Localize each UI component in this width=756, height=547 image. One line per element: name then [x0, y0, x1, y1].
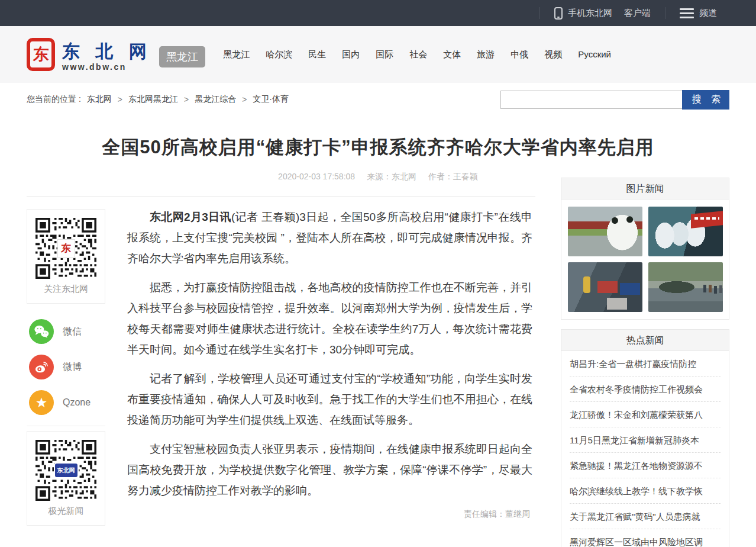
nav-item-domestic[interactable]: 国内	[342, 49, 360, 60]
breadcrumb-row: 您当前的位置 : 东北网 > 东北网黑龙江 > 黑龙江综合 > 文卫·体育 搜 …	[0, 83, 756, 116]
hot-news-item[interactable]: 胡昌升:全省一盘棋打赢疫情防控	[570, 351, 721, 377]
article-source[interactable]: 来源：东北网	[367, 172, 416, 181]
logo-text: 东 北 网 www.dbw.cn	[62, 43, 152, 71]
photo-thumb-panda-mascot[interactable]	[568, 207, 642, 256]
nav-item-travel[interactable]: 旅游	[477, 49, 495, 60]
hamburger-icon	[680, 8, 694, 18]
photo-thumb-medical-workers[interactable]	[648, 207, 723, 256]
nav-item-china-russia[interactable]: 中俄	[511, 49, 528, 60]
channel-label: 频道	[699, 8, 717, 19]
hot-news-item[interactable]: 紧急驰援！黑龙江各地物资源源不	[570, 453, 721, 478]
topbar: 手机东北网 客户端 频道	[0, 0, 756, 26]
content: 2020-02-03 17:58:08 来源：东北网 作者：王春颖 东	[0, 172, 756, 526]
logo-mark-icon: 东	[27, 38, 55, 71]
photo-news-title: 图片新闻	[561, 178, 729, 200]
qr-caption-follow: 关注东北网	[27, 284, 105, 298]
hot-news-item[interactable]: 哈尔滨继续线上教学！线下教学恢	[570, 478, 721, 504]
hot-news-item[interactable]: 黑河爱辉区一区域由中风险地区调	[570, 529, 721, 547]
header-divider	[27, 197, 535, 197]
topbar-divider	[539, 7, 540, 19]
left-rail: 东 关注东北网	[27, 198, 105, 526]
logo-title: 东 北 网	[62, 43, 152, 60]
share-wechat-label: 微信	[63, 326, 82, 338]
nav-item-society[interactable]: 社会	[409, 49, 427, 60]
search-box: 搜 索	[500, 90, 729, 110]
share-weibo[interactable]: 微博	[29, 355, 105, 379]
article-body: 东北网2月3日讯(记者 王春颖)3日起，全国50多所高校启用“健康打卡”在线申报…	[127, 198, 532, 526]
nav-item-minsheng[interactable]: 民生	[308, 49, 326, 60]
qr-code-follow: 东	[35, 218, 96, 279]
client-label: 客户端	[624, 8, 651, 19]
hot-news-item[interactable]: 关于黑龙江省赋"黄码"人员患病就	[570, 504, 721, 529]
article-author: 作者：王春颖	[428, 172, 478, 181]
qr-card-follow: 东 关注东北网	[27, 209, 105, 304]
article-title: 全国50所高校启用“健康打卡”申报系统齐齐哈尔大学省内率先启用	[0, 135, 756, 160]
qr-caption-news-app: 极光新闻	[27, 506, 105, 520]
qr-center-logo: 东北网	[54, 462, 79, 478]
breadcrumb-separator: >	[184, 95, 189, 104]
nav-item-culture-sports[interactable]: 文体	[443, 49, 461, 60]
article-paragraph: 东北网2月3日讯(记者 王春颖)3日起，全国50多所高校启用“健康打卡”在线申报…	[127, 207, 532, 269]
share-bar: 微信 微博 ★ Qzone	[29, 319, 105, 415]
hot-news-item[interactable]: 龙江骄傲！宋金和刘蕙檬荣获第八	[570, 402, 721, 427]
right-rail: 图片新闻 热点新闻 胡昌升:全省一盘棋打赢疫情防控 全省农村冬季疫情防控工作视频…	[561, 172, 729, 547]
client-link[interactable]: 客户端	[624, 8, 651, 19]
channel-menu-button[interactable]: 频道	[680, 8, 717, 19]
mobile-site-label: 手机东北网	[568, 8, 612, 19]
article-date: 2020-02-03 17:58:08	[278, 172, 355, 181]
breadcrumb-item-culture-sport[interactable]: 文卫·体育	[253, 94, 289, 105]
search-button[interactable]: 搜 索	[682, 90, 729, 110]
photo-news-grid	[561, 200, 729, 319]
wechat-icon	[29, 319, 54, 344]
nav-item-video[interactable]: 视频	[544, 49, 562, 60]
paragraph-lead: 东北网2月3日讯	[150, 211, 231, 223]
phone-icon	[554, 7, 563, 20]
topbar-divider	[665, 7, 665, 19]
site-logo[interactable]: 东 东 北 网 www.dbw.cn 黑龙江	[27, 38, 205, 71]
breadcrumb-separator: >	[118, 95, 122, 104]
editor-credit: 责任编辑：董继周	[127, 509, 532, 520]
breadcrumb-item-home[interactable]: 东北网	[87, 94, 112, 105]
article-paragraph: 支付宝智慧校园负责人张亚男表示，疫情期间，在线健康申报系统即日起向全国高校免费开…	[127, 439, 532, 501]
breadcrumb-prefix: 您当前的位置 :	[27, 94, 81, 105]
mobile-site-link[interactable]: 手机东北网	[554, 7, 612, 20]
photo-news-box: 图片新闻	[561, 178, 729, 320]
weibo-icon	[29, 355, 54, 379]
site-header: 东 东 北 网 www.dbw.cn 黑龙江 黑龙江 哈尔滨 民生 国内 国际 …	[0, 26, 756, 83]
region-badge: 黑龙江	[159, 46, 205, 67]
hot-news-item[interactable]: 11月5日黑龙江省新增新冠肺炎本	[570, 427, 721, 453]
hot-news-title: 热点新闻	[561, 330, 729, 351]
nav-item-russian[interactable]: Русский	[578, 49, 611, 60]
search-input[interactable]	[500, 91, 682, 109]
article-paragraph: 记者了解到，学校管理人员还可通过支付宝的“学校通知”功能，向学生实时发布重要疫情…	[127, 368, 532, 430]
breadcrumb-item-general[interactable]: 黑龙江综合	[195, 94, 236, 105]
breadcrumb: 您当前的位置 : 东北网 > 东北网黑龙江 > 黑龙江综合 > 文卫·体育	[27, 94, 289, 105]
qr-card-news-app: 东北网 极光新闻	[27, 431, 105, 526]
nav-item-international[interactable]: 国际	[376, 49, 393, 60]
nav-item-heilongjiang[interactable]: 黑龙江	[223, 49, 250, 60]
qr-center-logo: 东	[57, 239, 75, 258]
hot-news-box: 热点新闻 胡昌升:全省一盘棋打赢疫情防控 全省农村冬季疫情防控工作视频会 龙江骄…	[561, 329, 729, 547]
breadcrumb-item-heilongjiang[interactable]: 东北网黑龙江	[128, 94, 178, 105]
logo-url: www.dbw.cn	[62, 63, 152, 71]
qzone-star-icon: ★	[29, 390, 54, 415]
qr-code-news-app: 东北网	[35, 440, 96, 501]
breadcrumb-separator: >	[242, 95, 247, 104]
nav-item-harbin[interactable]: 哈尔滨	[266, 49, 292, 60]
hot-news-list: 胡昌升:全省一盘棋打赢疫情防控 全省农村冬季疫情防控工作视频会 龙江骄傲！宋金和…	[561, 351, 729, 547]
rail-divider	[27, 426, 105, 426]
article-paragraph: 据悉，为打赢疫情防控阻击战，各地高校的疫情防控工作也在不断完善，并引入科技平台参…	[127, 277, 532, 360]
photo-thumb-harvest-crates[interactable]	[568, 262, 642, 312]
share-wechat[interactable]: 微信	[29, 319, 105, 344]
share-qzone[interactable]: ★ Qzone	[29, 390, 105, 415]
share-qzone-label: Qzone	[63, 397, 91, 408]
hot-news-item[interactable]: 全省农村冬季疫情防控工作视频会	[570, 377, 721, 402]
photo-thumb-riverbank[interactable]	[648, 262, 723, 312]
main-nav: 黑龙江 哈尔滨 民生 国内 国际 社会 文体 旅游 中俄 视频 Русский	[223, 49, 611, 60]
share-weibo-label: 微博	[63, 361, 82, 374]
